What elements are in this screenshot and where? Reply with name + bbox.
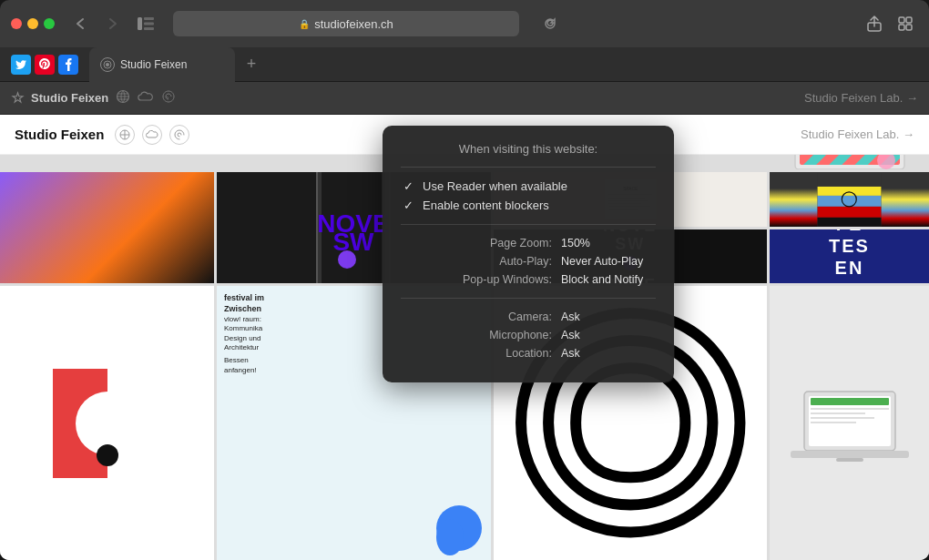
sidebar-toggle-button[interactable] bbox=[133, 11, 158, 36]
grid-cell-1 bbox=[0, 172, 214, 284]
popup-windows-key: Pop-up Windows: bbox=[455, 273, 556, 286]
location-key: Location: bbox=[455, 347, 556, 360]
svg-point-15 bbox=[97, 444, 118, 466]
address-bar[interactable]: 🔒 studiofeixen.ch bbox=[173, 11, 519, 36]
svg-rect-7 bbox=[899, 25, 904, 30]
auto-play-key: Auto-Play: bbox=[455, 255, 556, 268]
svg-rect-36 bbox=[818, 187, 882, 196]
spiral-header-icon bbox=[169, 125, 189, 145]
url-text: studiofeixen.ch bbox=[314, 17, 393, 31]
tab-bar: Studio Feixen + bbox=[0, 47, 929, 82]
svg-point-23 bbox=[436, 519, 464, 555]
tab-title: Studio Feixen bbox=[120, 58, 187, 71]
svg-rect-8 bbox=[906, 25, 912, 30]
microphone-row: Microphone: Ask bbox=[401, 326, 656, 344]
camera-key: Camera: bbox=[455, 311, 556, 323]
site-logo: Studio Feixen bbox=[15, 127, 104, 142]
cloud-header-icon bbox=[142, 125, 162, 145]
settings-grid: Page Zoom: 150% Auto-Play: Never Auto-Pl… bbox=[401, 234, 656, 289]
svg-rect-0 bbox=[138, 17, 142, 30]
page-zoom-key: Page Zoom: bbox=[455, 237, 556, 249]
page-title-area: ☆ Studio Feixen bbox=[11, 89, 797, 107]
svg-rect-48 bbox=[791, 451, 909, 458]
camera-row: Camera: Ask bbox=[401, 308, 656, 326]
favorite-star-icon[interactable]: ☆ bbox=[11, 89, 24, 107]
svg-rect-38 bbox=[818, 207, 882, 218]
fullscreen-button[interactable] bbox=[44, 18, 55, 29]
checkbox-row-blockers: ✓ Enable content blockers bbox=[401, 196, 656, 215]
facebook-bookmark[interactable] bbox=[58, 55, 78, 75]
checkbox-row-reader: ✓ Use Reader when available bbox=[401, 177, 656, 196]
popup-title: When visiting this website: bbox=[401, 142, 656, 156]
svg-rect-46 bbox=[811, 417, 874, 419]
bookmarks-area bbox=[7, 55, 82, 75]
separator-3 bbox=[401, 298, 656, 299]
grid-cell-red bbox=[0, 286, 214, 560]
grid-cell-laptop bbox=[770, 286, 929, 560]
auto-play-value[interactable]: Never Auto-Play bbox=[556, 255, 656, 268]
microphone-key: Microphone: bbox=[455, 329, 556, 341]
pinterest-bookmark[interactable] bbox=[35, 55, 55, 75]
grid-cell-colorblock bbox=[770, 172, 929, 227]
reader-checkmark: ✓ bbox=[401, 179, 415, 193]
new-tab-button[interactable]: + bbox=[239, 52, 264, 77]
site-header-link[interactable]: Studio Feixen Lab. → bbox=[804, 91, 918, 105]
svg-rect-2 bbox=[144, 23, 154, 25]
permissions-grid: Camera: Ask Microphone: Ask Location: As… bbox=[401, 308, 656, 362]
svg-rect-39 bbox=[818, 218, 882, 227]
minimize-button[interactable] bbox=[27, 18, 38, 29]
svg-rect-49 bbox=[836, 458, 863, 462]
page-zoom-row: Page Zoom: 150% bbox=[401, 234, 656, 252]
location-value[interactable]: Ask bbox=[556, 347, 656, 360]
reload-button[interactable] bbox=[537, 11, 563, 36]
globe-header-icon bbox=[115, 125, 135, 145]
svg-rect-3 bbox=[144, 27, 154, 30]
svg-rect-37 bbox=[818, 196, 882, 207]
popup-windows-value[interactable]: Block and Notify bbox=[556, 273, 656, 286]
svg-point-10 bbox=[106, 63, 109, 66]
tab-overview-button[interactable] bbox=[893, 11, 918, 36]
website-settings-popup[interactable]: When visiting this website: ✓ Use Reader… bbox=[383, 126, 674, 382]
svg-text:SW: SW bbox=[333, 228, 375, 256]
grid-cell-typography: LE S FÊ TES EN HER MÈ S bbox=[770, 229, 929, 284]
traffic-lights bbox=[11, 18, 55, 29]
site-header-icons bbox=[115, 125, 189, 145]
share-button[interactable] bbox=[862, 11, 887, 36]
svg-rect-1 bbox=[144, 17, 154, 20]
close-button[interactable] bbox=[11, 18, 22, 29]
reader-label: Use Reader when available bbox=[423, 179, 567, 193]
popup-windows-row: Pop-up Windows: Block and Notify bbox=[401, 270, 656, 289]
back-button[interactable] bbox=[67, 11, 93, 36]
svg-rect-47 bbox=[811, 422, 856, 423]
separator-2 bbox=[401, 224, 656, 225]
blockers-label: Enable content blockers bbox=[423, 199, 549, 212]
title-bar-right bbox=[862, 11, 918, 36]
forward-button[interactable] bbox=[100, 11, 126, 36]
url-row: ☆ Studio Feixen bbox=[0, 82, 929, 115]
microphone-value[interactable]: Ask bbox=[556, 329, 656, 341]
site-title: Studio Feixen bbox=[31, 91, 108, 105]
svg-rect-5 bbox=[899, 17, 904, 23]
auto-play-row: Auto-Play: Never Auto-Play bbox=[401, 252, 656, 270]
globe-icon bbox=[116, 89, 130, 107]
twitter-bookmark[interactable] bbox=[11, 55, 31, 75]
content-area: NOVE SW festival im Zwischen vlow! raum:… bbox=[0, 115, 929, 560]
title-bar: 🔒 studiofeixen.ch bbox=[0, 0, 929, 47]
active-tab[interactable]: Studio Feixen bbox=[89, 47, 235, 82]
svg-rect-6 bbox=[906, 17, 912, 23]
cloud-icon bbox=[138, 91, 154, 105]
spiral-icon bbox=[161, 89, 176, 107]
svg-point-21 bbox=[338, 250, 356, 269]
svg-rect-43 bbox=[811, 398, 889, 405]
location-row: Location: Ask bbox=[401, 344, 656, 362]
page-zoom-value[interactable]: 150% bbox=[556, 237, 656, 249]
svg-rect-45 bbox=[811, 412, 865, 414]
separator-1 bbox=[401, 167, 656, 168]
tab-favicon bbox=[100, 57, 115, 72]
camera-value[interactable]: Ask bbox=[556, 311, 656, 323]
blockers-checkmark: ✓ bbox=[401, 199, 415, 212]
svg-rect-44 bbox=[811, 408, 889, 410]
site-header-nav[interactable]: Studio Feixen Lab. → bbox=[801, 127, 914, 141]
lock-icon: 🔒 bbox=[299, 19, 310, 29]
browser-window: 🔒 studiofeixen.ch bbox=[0, 0, 929, 560]
